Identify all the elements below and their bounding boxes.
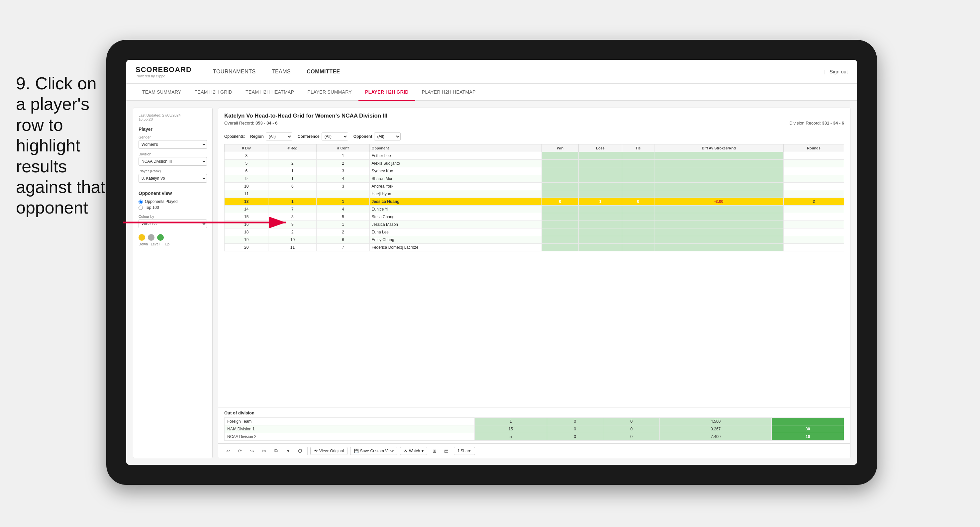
out-div-row[interactable]: NAIA Division 1 15 0 0 9.267 30 <box>224 425 844 433</box>
sidebar: Last Updated: 27/03/2024 16:55:28 Player… <box>133 108 213 458</box>
nav-teams[interactable]: TEAMS <box>264 66 299 77</box>
tab-player-h2h-heatmap[interactable]: PLAYER H2H HEATMAP <box>415 84 482 101</box>
logo-area: SCOREBOARD Powered by clippd <box>135 65 192 78</box>
out-of-division: Out of division Foreign Team 1 0 0 4.500… <box>218 408 850 443</box>
logo-sub: Powered by clippd <box>135 74 192 78</box>
out-div-row[interactable]: NCAA Division 2 5 0 0 7.400 10 <box>224 433 844 441</box>
tab-team-h2h-grid[interactable]: TEAM H2H GRID <box>188 84 239 101</box>
content-header: Katelyn Vo Head-to-Head Grid for Women's… <box>218 108 850 129</box>
layout-icon[interactable]: ▤ <box>442 446 451 456</box>
tab-team-h2h-heatmap[interactable]: TEAM H2H HEATMAP <box>239 84 301 101</box>
overall-record: Overall Record: 353 - 34 - 6 <box>224 121 277 125</box>
col-tie: Tie <box>622 144 654 152</box>
table-row[interactable]: 6 1 3 Sydney Kuo <box>224 167 844 175</box>
content-area: Katelyn Vo Head-to-Head Grid for Women's… <box>218 108 850 458</box>
col-reg: # Reg <box>269 144 317 152</box>
sign-out-area: | Sign out <box>824 69 848 75</box>
opponent-dropdown[interactable]: (All) <box>374 132 401 140</box>
table-row[interactable]: 5 2 2 Alexis Sudijanto <box>224 160 844 167</box>
opponent-view-title: Opponent view <box>138 190 207 196</box>
division-record: Division Record: 331 - 34 - 6 <box>789 121 844 125</box>
share-icon: ⤴ <box>457 449 460 453</box>
top-nav: SCOREBOARD Powered by clippd TOURNAMENTS… <box>126 60 857 84</box>
table-row[interactable]: 9 1 4 Sharon Mun <box>224 175 844 183</box>
out-div-table: Foreign Team 1 0 0 4.500 NAIA Division 1… <box>224 417 844 441</box>
filters-row: Opponents: Region (All) Conference (All) <box>218 129 850 144</box>
radio-opponents-played[interactable]: Opponents Played <box>138 199 207 204</box>
save-icon: 💾 <box>354 449 359 453</box>
share-btn[interactable]: ⤴ Share <box>454 447 475 455</box>
table-row[interactable]: 16 9 1 Jessica Mason <box>224 221 844 229</box>
table-row[interactable]: 11 Haeji Hyun <box>224 190 844 198</box>
col-opponent: Opponent <box>369 144 541 152</box>
dot-down <box>138 234 145 241</box>
redo-icon[interactable]: ↪ <box>248 446 257 456</box>
table-row[interactable]: 20 11 7 Federica Domecq Lacroze <box>224 244 844 251</box>
table-row[interactable]: 15 8 5 Stella Chang <box>224 213 844 221</box>
step-number: 9. <box>16 74 30 93</box>
toolbar-divider-1 <box>307 447 308 455</box>
grid-icon[interactable]: ⊞ <box>430 446 439 456</box>
out-div-row[interactable]: Foreign Team 1 0 0 4.500 <box>224 418 844 425</box>
instruction-body: Click on a player's row to highlight res… <box>16 74 105 217</box>
toolbar: ↩ ⟳ ↪ ✂ ⧉ ▾ ⏱ 👁 View: Original 💾 Save Cu… <box>218 443 850 458</box>
undo-icon[interactable]: ↩ <box>224 446 233 456</box>
view-icon: 👁 <box>314 449 318 453</box>
main-content: Last Updated: 27/03/2024 16:55:28 Player… <box>126 101 857 465</box>
col-div: # Div <box>224 144 269 152</box>
legend-down-label: Down <box>138 242 148 246</box>
player-dropdown[interactable]: 8. Katelyn Vo <box>138 174 207 183</box>
opponent-filter: Opponent (All) <box>353 132 401 140</box>
grid-table: # Div # Reg # Conf Opponent Win Loss Tie… <box>218 144 850 408</box>
redo-small-icon[interactable]: ⟳ <box>235 446 245 456</box>
table-row[interactable]: 18 2 2 Euna Lee <box>224 229 844 236</box>
sidebar-timestamp: Last Updated: 27/03/2024 16:55:28 <box>138 113 207 121</box>
legend-dots <box>138 234 207 241</box>
instruction-text: 9. Click on a player's row to highlight … <box>16 73 109 218</box>
logo-text: SCOREBOARD <box>135 65 192 74</box>
gender-dropdown[interactable]: Women's <box>138 140 207 149</box>
tablet-screen: SCOREBOARD Powered by clippd TOURNAMENTS… <box>126 60 857 465</box>
table-row[interactable]: 10 6 3 Andrea York <box>224 183 844 190</box>
conference-dropdown[interactable]: (All) <box>321 132 348 140</box>
conference-filter: Conference (All) <box>298 132 348 140</box>
more-icon[interactable]: ▾ <box>283 446 293 456</box>
watch-icon: 👁 <box>404 449 407 453</box>
records-row: Overall Record: 353 - 34 - 6 Division Re… <box>224 121 844 125</box>
table-row[interactable]: 19 10 6 Emily Chang <box>224 236 844 244</box>
col-loss: Loss <box>579 144 622 152</box>
nav-committee[interactable]: COMMITTEE <box>299 66 348 77</box>
radio-top-100[interactable]: Top 100 <box>138 205 207 210</box>
time-icon[interactable]: ⏱ <box>295 446 305 456</box>
sign-out-link[interactable]: Sign out <box>829 69 848 75</box>
h2h-table: # Div # Reg # Conf Opponent Win Loss Tie… <box>224 144 844 251</box>
table-row[interactable]: 3 1 Esther Lee <box>224 152 844 160</box>
tab-team-summary[interactable]: TEAM SUMMARY <box>135 84 188 101</box>
opponents-filter-label: Opponents: <box>224 134 245 139</box>
save-custom-btn[interactable]: 💾 Save Custom View <box>350 447 397 455</box>
region-dropdown[interactable]: (All) <box>266 132 292 140</box>
copy-icon[interactable]: ⧉ <box>271 446 281 456</box>
watch-btn[interactable]: 👁 Watch ▾ <box>400 447 427 455</box>
legend-up-label: Up <box>162 242 172 246</box>
opponent-view: Opponent view Opponents Played Top 100 <box>138 190 207 210</box>
division-dropdown[interactable]: NCAA Division III <box>138 157 207 166</box>
division-label: Division <box>138 152 207 156</box>
view-original-btn[interactable]: 👁 View: Original <box>310 447 347 455</box>
dot-level <box>148 234 154 241</box>
col-win: Win <box>541 144 578 152</box>
table-row[interactable]: 13 1 1 Jessica Huang 0 1 0 -3.00 2 <box>224 198 844 206</box>
cut-icon[interactable]: ✂ <box>259 446 269 456</box>
legend-labels: Down Level Up <box>138 242 207 246</box>
tab-player-h2h-grid[interactable]: PLAYER H2H GRID <box>358 84 415 101</box>
gender-label: Gender <box>138 135 207 139</box>
nav-tournaments[interactable]: TOURNAMENTS <box>205 66 264 77</box>
tab-player-summary[interactable]: PLAYER SUMMARY <box>301 84 358 101</box>
colour-by-dropdown[interactable]: Win/loss <box>138 219 207 228</box>
sidebar-player-title: Player <box>138 127 207 132</box>
legend-level-label: Level <box>151 242 160 246</box>
nav-items: TOURNAMENTS TEAMS COMMITTEE <box>205 66 824 77</box>
table-row[interactable]: 14 7 4 Eunice Yi <box>224 206 844 213</box>
dot-up <box>157 234 164 241</box>
tablet-frame: SCOREBOARD Powered by clippd TOURNAMENTS… <box>106 40 877 485</box>
